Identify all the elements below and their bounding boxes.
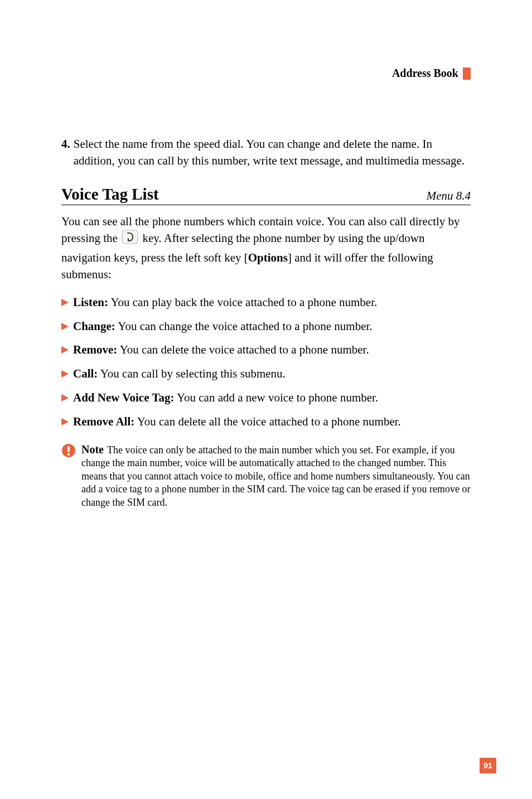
triangle-bullet-icon: ▶: [61, 294, 69, 311]
options-word: Options: [248, 251, 288, 264]
note-label: Note: [81, 443, 104, 456]
bullet-label: Change:: [73, 319, 115, 333]
bullet-desc: You can add a new voice to phone number.: [174, 391, 378, 404]
step-text: Select the name from the speed dial. You…: [74, 135, 471, 170]
triangle-bullet-icon: ▶: [61, 390, 69, 406]
page-header: Address Book: [61, 67, 471, 80]
svg-rect-2: [67, 446, 70, 452]
step-number: 4.: [61, 135, 70, 170]
section-title: Voice Tag List: [61, 185, 159, 204]
note-block: NoteThe voice can only be attached to th…: [61, 442, 471, 509]
header-marker: [463, 67, 471, 80]
header-title: Address Book: [392, 67, 458, 80]
note-body: NoteThe voice can only be attached to th…: [81, 442, 471, 509]
bullet-item: ▶ Remove All: You can delete all the voi…: [61, 414, 471, 430]
bullet-label: Listen:: [73, 296, 108, 309]
bullet-item: ▶ Remove: You can delete the voice attac…: [61, 342, 471, 358]
triangle-bullet-icon: ▶: [61, 318, 69, 335]
note-icon: [61, 443, 76, 461]
svg-point-3: [67, 453, 70, 456]
note-text: The voice can only be attached to the ma…: [81, 444, 470, 508]
triangle-bullet-icon: ▶: [61, 342, 69, 358]
bullet-item: ▶ Change: You can change the voice attac…: [61, 318, 471, 335]
bullet-item: ▶ Add New Voice Tag: You can add a new v…: [61, 390, 471, 406]
svg-rect-0: [122, 230, 138, 244]
step-4: 4. Select the name from the speed dial. …: [61, 135, 471, 170]
bullet-label: Remove:: [73, 343, 117, 356]
bullet-desc: You can change the voice attached to a p…: [115, 319, 373, 333]
section-heading: Voice Tag List Menu 8.4: [61, 185, 471, 205]
bullet-item: ▶ Call: You can call by selecting this s…: [61, 366, 471, 382]
section-menu-ref: Menu 8.4: [427, 189, 471, 203]
bullet-desc: You can delete the voice attached to a p…: [117, 343, 369, 356]
page-number: 91: [480, 758, 496, 773]
bullet-desc: You can delete all the voice attached to…: [134, 415, 401, 428]
triangle-bullet-icon: ▶: [61, 414, 69, 430]
bullet-label: Remove All:: [73, 415, 134, 428]
bullet-label: Add New Voice Tag:: [73, 391, 174, 404]
bullet-label: Call:: [73, 367, 98, 380]
bullet-desc: You can play back the voice attached to …: [108, 296, 377, 309]
triangle-bullet-icon: ▶: [61, 366, 69, 382]
bullet-desc: You can call by selecting this submenu.: [98, 367, 286, 380]
bullet-item: ▶ Listen: You can play back the voice at…: [61, 294, 471, 311]
call-key-icon: [122, 230, 138, 249]
section-intro: You can see all the phone numbers which …: [61, 213, 471, 283]
